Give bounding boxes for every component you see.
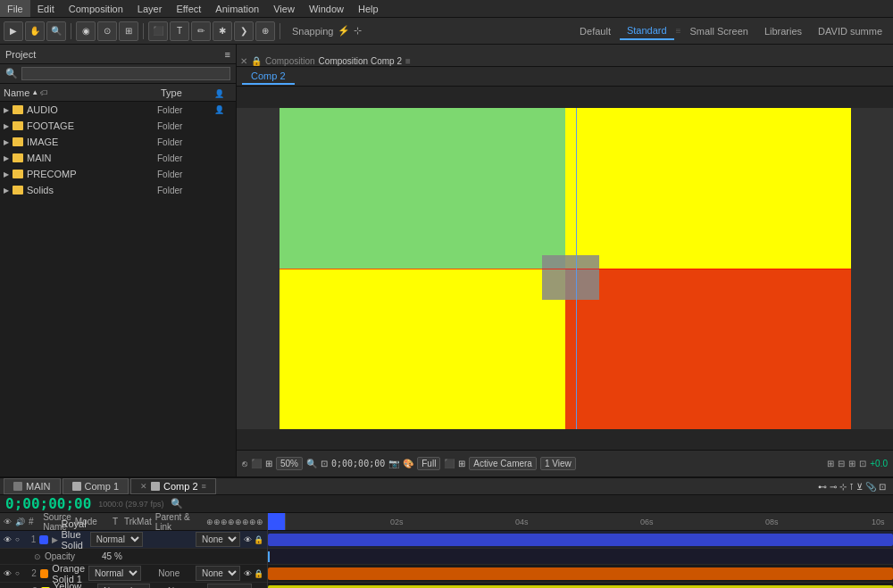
tool-text[interactable]: T <box>170 21 189 41</box>
search-timecode-icon[interactable]: 🔍 <box>171 498 183 509</box>
menu-edit[interactable]: Edit <box>30 0 62 17</box>
project-item-main[interactable]: ▶ MAIN Folder <box>0 150 236 166</box>
layer3-mode-select[interactable]: Normal <box>97 584 150 588</box>
menu-layer[interactable]: Layer <box>130 0 170 17</box>
project-item-audio[interactable]: ▶ AUDIO Folder 👤 <box>0 102 236 118</box>
comp-camera-icon[interactable]: 📷 <box>388 459 399 468</box>
snapping-icon2[interactable]: ⊹ <box>354 25 362 37</box>
comp-tab-comp2[interactable]: Comp 2 <box>242 69 295 85</box>
tool-camera-rotate[interactable]: ◉ <box>76 21 96 41</box>
workspace-small-screen[interactable]: Small Screen <box>682 22 755 40</box>
workspace-default[interactable]: Default <box>572 22 618 40</box>
project-item-footage[interactable]: ▶ FOOTAGE Folder <box>0 118 236 134</box>
comp-region-icon[interactable]: ⬛ <box>444 459 455 468</box>
menu-effect[interactable]: Effect <box>169 0 208 17</box>
tool-pen[interactable]: ✏ <box>191 21 211 41</box>
layer1-expand[interactable]: ▶ <box>52 535 58 544</box>
comp-icon-4[interactable]: ⊡ <box>859 459 866 468</box>
layer1-opacity-row: ⊙ Opacity 45 % <box>0 549 267 565</box>
tool-rect-mask[interactable]: ⬛ <box>148 21 168 41</box>
workspace-david[interactable]: DAVID summe <box>811 22 889 40</box>
layer2-lock-icon[interactable]: 🔒 <box>254 569 263 578</box>
opacity-value[interactable]: 45 % <box>102 551 122 561</box>
comp-grid2-icon[interactable]: ⊞ <box>458 459 465 468</box>
tool-camera-pan[interactable]: ⊞ <box>119 21 138 41</box>
tl-tab-comp1-icon <box>72 482 81 491</box>
layer1-vis-icon[interactable]: 👁 <box>244 535 252 544</box>
tool-select[interactable]: ▶ <box>4 21 23 41</box>
workspace-standard[interactable]: Standard <box>620 22 674 40</box>
comp-color-icon[interactable]: 🎨 <box>403 459 413 468</box>
comp-zoom-select[interactable]: 50% <box>276 457 303 470</box>
tool-camera-orbit[interactable]: ⊙ <box>97 21 117 41</box>
item-sub-0: 👤 <box>214 105 232 114</box>
tool-shape[interactable]: ⊕ <box>255 21 275 41</box>
playhead-line <box>576 108 577 429</box>
layer2-audio-icon[interactable]: ○ <box>15 569 20 577</box>
layer1-parent-select[interactable]: None <box>196 532 240 547</box>
tl-tab-main[interactable]: MAIN <box>4 478 61 494</box>
tl-tab-comp2-close[interactable]: ✕ <box>140 482 147 491</box>
layer2-vis-icon[interactable]: 👁 <box>244 569 252 578</box>
snapping-icon[interactable]: ⚡ <box>338 25 350 37</box>
menu-file[interactable]: File <box>0 0 30 17</box>
comp-reset-icon[interactable]: ⎋ <box>242 459 247 468</box>
tl-tab-comp1[interactable]: Comp 1 <box>63 478 129 494</box>
project-menu-icon[interactable]: ≡ <box>225 49 230 60</box>
project-panel-header: Project ≡ <box>0 45 236 64</box>
layer1-audio-icon[interactable]: ○ <box>15 535 20 543</box>
comp-quality-select[interactable]: Full <box>417 457 440 470</box>
layer2-mode-select[interactable]: Normal <box>88 566 141 581</box>
layer1-mode-select[interactable]: Normal <box>90 532 143 547</box>
layer3-parent-select[interactable] <box>207 584 252 588</box>
tool-clone[interactable]: ✱ <box>213 21 232 41</box>
menu-composition[interactable]: Composition <box>62 0 130 17</box>
tl-icon-3[interactable]: ⊹ <box>839 482 847 492</box>
track-fill-1[interactable] <box>268 534 893 546</box>
layer1-eye-icon[interactable]: 👁 <box>4 535 12 544</box>
project-item-image[interactable]: ▶ IMAGE Folder <box>0 134 236 150</box>
lock-comp-icon[interactable]: 🔒 <box>251 56 262 66</box>
lh-eye-icon: 👁 <box>4 518 12 526</box>
tool-zoom[interactable]: 🔍 <box>46 21 66 41</box>
tl-tab-comp1-label: Comp 1 <box>85 481 120 492</box>
lh-trkmat: TrkMat <box>124 517 152 526</box>
comp-preview-icon[interactable]: ⬛ <box>251 459 262 468</box>
menu-animation[interactable]: Animation <box>208 0 266 17</box>
sort-icon[interactable]: ▲ <box>31 88 38 96</box>
layer1-lock-icon[interactable]: 🔒 <box>254 535 263 544</box>
tl-tab-comp2-menu[interactable]: ≡ <box>202 482 206 491</box>
comp-pixel-ratio-icon[interactable]: ⊡ <box>321 459 328 468</box>
tl-icon-6[interactable]: 📎 <box>865 482 876 492</box>
tool-puppet[interactable]: ❯ <box>234 21 254 41</box>
tl-icon-2[interactable]: ⊸ <box>830 482 837 492</box>
track-fill-2[interactable] <box>268 567 893 580</box>
comp-timecode-display: 0;00;00;00 <box>331 459 385 468</box>
tl-icon-5[interactable]: ⊻ <box>856 482 863 492</box>
folder-icon-1 <box>13 121 23 130</box>
menu-help[interactable]: Help <box>351 0 386 17</box>
project-search-input[interactable] <box>21 67 230 80</box>
menu-window[interactable]: Window <box>302 0 351 17</box>
layer2-parent-select[interactable]: None <box>196 566 240 581</box>
tool-hand[interactable]: ✋ <box>25 21 45 41</box>
comp-icon-3[interactable]: ⊞ <box>848 459 855 468</box>
comp-panel-menu[interactable]: ≡ <box>405 56 411 66</box>
project-item-precomp[interactable]: ▶ PRECOMP Folder <box>0 166 236 182</box>
layer2-eye-icon[interactable]: 👁 <box>4 569 12 578</box>
playhead-marker[interactable] <box>268 513 286 530</box>
close-comp-icon[interactable]: ✕ <box>240 56 247 66</box>
tl-tab-comp2[interactable]: ✕ Comp 2 ≡ <box>130 478 216 494</box>
comp-grid-icon[interactable]: ⊞ <box>265 459 272 468</box>
project-item-solids[interactable]: ▶ Solids Folder <box>0 182 236 198</box>
tl-icon-4[interactable]: ⊺ <box>849 482 854 492</box>
tl-icon-1[interactable]: ⊷ <box>818 482 827 492</box>
comp-view-count[interactable]: 1 View <box>540 457 576 470</box>
comp-view-select[interactable]: Active Camera <box>469 457 537 470</box>
menu-view[interactable]: View <box>266 0 302 17</box>
comp-icon-2[interactable]: ⊟ <box>838 459 845 468</box>
tl-icon-7[interactable]: ⊡ <box>879 482 886 492</box>
comp-zoom-icon[interactable]: 🔍 <box>306 459 317 468</box>
workspace-libraries[interactable]: Libraries <box>757 22 809 40</box>
comp-icon-1[interactable]: ⊞ <box>827 459 834 468</box>
